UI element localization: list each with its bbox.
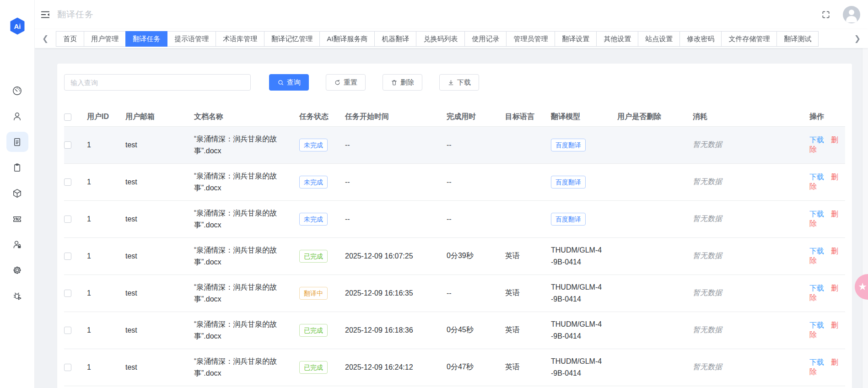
row-download-link[interactable]: 下载: [809, 173, 824, 181]
row-checkbox[interactable]: [64, 216, 71, 223]
row-checkbox[interactable]: [64, 253, 71, 260]
cell-doc-name: “泉涌情深：润兵甘泉的故事”.docx: [194, 237, 299, 275]
tab-使用记录[interactable]: 使用记录: [464, 31, 507, 47]
model-tag: THUDM/GLM-4-9B-0414: [551, 356, 602, 379]
sidebar-item-users[interactable]: [6, 106, 28, 126]
app-logo[interactable]: Ai: [9, 17, 26, 35]
trash-icon: [391, 79, 398, 86]
tab-AI翻译服务商[interactable]: AI翻译服务商: [319, 31, 375, 47]
tab-bar-items: 首页用户管理翻译任务提示语管理术语库管理翻译记忆管理AI翻译服务商机器翻译兑换码…: [56, 31, 852, 47]
sidebar-item-clipboard[interactable]: [6, 157, 28, 178]
download-icon: [447, 79, 454, 86]
cell-user-id: 1: [87, 275, 125, 312]
tab-管理员管理[interactable]: 管理员管理: [506, 31, 555, 47]
col-email: 用户邮箱: [125, 108, 194, 126]
col-user-deleted: 用户是否删除: [617, 108, 693, 126]
tab-提示语管理[interactable]: 提示语管理: [167, 31, 216, 47]
status-badge: 未完成: [299, 139, 328, 151]
top-bar: 翻译任务: [35, 0, 868, 29]
row-checkbox[interactable]: [64, 327, 71, 334]
select-all-checkbox[interactable]: [64, 113, 71, 121]
gauge-icon: [12, 86, 22, 96]
row-download-link[interactable]: 下载: [809, 358, 824, 366]
cell-doc-name: “泉涌情深：润兵甘泉的故事”.docx: [194, 163, 299, 200]
row-checkbox[interactable]: [64, 141, 71, 149]
cell-email: test: [125, 200, 194, 237]
col-actions: 操作: [809, 108, 845, 126]
cell-actions: 下载删除: [809, 200, 845, 237]
row-download-link[interactable]: 下载: [809, 136, 824, 144]
vertical-scrollbar[interactable]: [862, 48, 868, 388]
tab-翻译记忆管理[interactable]: 翻译记忆管理: [264, 31, 320, 47]
cell-actions: 下载删除: [809, 312, 845, 349]
avatar-person-icon: [849, 10, 854, 15]
cell-doc-name: “泉涌情深：润兵甘泉的故事”.docx: [194, 275, 299, 312]
status-badge: 已完成: [299, 324, 328, 337]
sidebar-item-coupons[interactable]: [6, 209, 28, 229]
sidebar-item-debug[interactable]: [6, 286, 28, 306]
cell-status: 未完成: [299, 200, 345, 237]
cell-doc-name: “泉涌情深：润兵甘泉的故事”.docx: [194, 312, 299, 349]
tab-机器翻译[interactable]: 机器翻译: [374, 31, 416, 47]
tab-翻译测试[interactable]: 翻译测试: [776, 31, 819, 47]
tab-用户管理[interactable]: 用户管理: [84, 31, 126, 47]
row-checkbox[interactable]: [64, 364, 71, 371]
content-area: 查询 重置 删除 下载: [35, 48, 868, 388]
cell-start-time: 2025-12-09 16:16:35: [345, 275, 447, 312]
row-download-link[interactable]: 下载: [809, 284, 824, 292]
cell-status: 已完成: [299, 312, 345, 349]
user-icon: [12, 111, 22, 122]
status-badge: 已完成: [299, 361, 328, 374]
tab-术语库管理[interactable]: 术语库管理: [216, 31, 264, 47]
tab-站点设置[interactable]: 站点设置: [638, 31, 680, 47]
user-avatar[interactable]: [843, 6, 860, 23]
user-lock-icon: [12, 239, 22, 250]
cell-consumption: 暂无数据: [693, 275, 809, 312]
cell-user-id: 1: [87, 349, 125, 386]
logo-text: Ai: [14, 22, 21, 30]
col-user-id: 用户ID: [87, 108, 125, 126]
cell-user-deleted: [617, 200, 693, 237]
row-download-link[interactable]: 下载: [809, 210, 824, 218]
fullscreen-icon[interactable]: [821, 10, 830, 19]
tab-翻译设置[interactable]: 翻译设置: [555, 31, 597, 47]
collapse-menu-icon[interactable]: [40, 10, 50, 20]
delete-button[interactable]: 删除: [383, 74, 422, 91]
sidebar-item-admins[interactable]: [6, 234, 28, 254]
download-button[interactable]: 下载: [439, 74, 479, 91]
tab-翻译任务[interactable]: 翻译任务: [125, 31, 167, 47]
sidebar-item-dashboard[interactable]: [6, 81, 28, 101]
sidebar-item-settings[interactable]: [6, 260, 28, 280]
cell-duration: --: [447, 200, 505, 237]
content-card: 查询 重置 删除 下载: [57, 64, 852, 388]
reset-button[interactable]: 重置: [326, 74, 366, 91]
cell-start-time: 2025-12-09 16:07:25: [345, 237, 447, 275]
tab-修改密码[interactable]: 修改密码: [679, 31, 722, 47]
cell-consumption: 暂无数据: [693, 163, 809, 200]
row-download-link[interactable]: 下载: [809, 321, 824, 329]
table-row: 1 test “泉涌情深：润兵甘泉的故事”.docx 已完成 2025-12-0…: [64, 312, 845, 349]
cell-duration: 0分45秒: [447, 312, 505, 349]
row-checkbox[interactable]: [64, 290, 71, 297]
cell-user-deleted: [617, 237, 693, 275]
cell-status: 翻译中: [299, 275, 345, 312]
tab-兑换码列表[interactable]: 兑换码列表: [416, 31, 465, 47]
cell-user-id: 1: [87, 163, 125, 200]
row-checkbox[interactable]: [64, 178, 71, 186]
col-consumption: 消耗: [693, 108, 809, 126]
tabs-scroll-right-icon[interactable]: ❯: [852, 35, 863, 43]
cell-consumption: 暂无数据: [693, 349, 809, 386]
tab-文件存储管理[interactable]: 文件存储管理: [721, 31, 777, 47]
model-tag: 百度翻译: [551, 176, 586, 189]
sidebar-item-package[interactable]: [6, 183, 28, 203]
sidebar-item-translation-tasks[interactable]: [6, 132, 28, 152]
cell-email: test: [125, 275, 194, 312]
row-download-link[interactable]: 下载: [809, 247, 824, 255]
tab-其他设置[interactable]: 其他设置: [596, 31, 638, 47]
tab-首页[interactable]: 首页: [56, 31, 84, 47]
search-input[interactable]: [64, 74, 251, 91]
clipboard-icon: [12, 162, 22, 173]
tabs-scroll-left-icon[interactable]: ❮: [39, 35, 51, 43]
query-button[interactable]: 查询: [269, 74, 309, 91]
toolbar: 查询 重置 删除 下载: [64, 74, 845, 91]
